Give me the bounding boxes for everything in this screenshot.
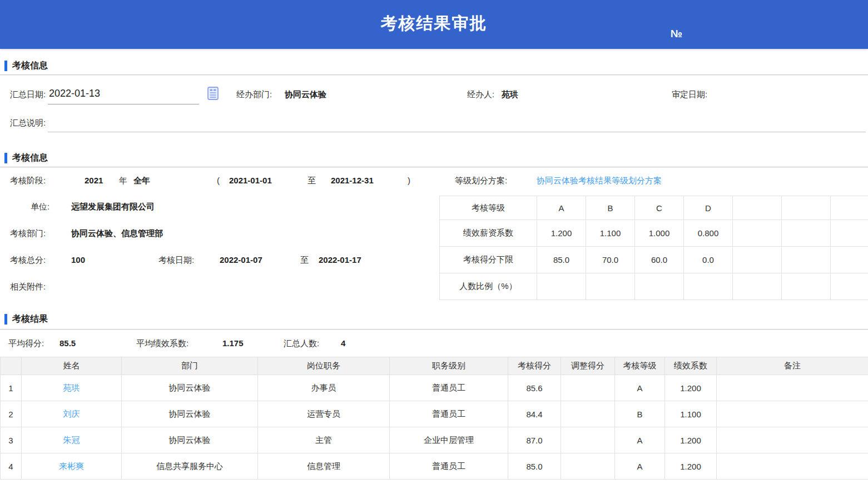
col-grade: 考核等级 bbox=[615, 357, 665, 375]
grade-col bbox=[733, 196, 782, 220]
summary-note-label: 汇总说明: bbox=[10, 118, 46, 128]
ratio-cell bbox=[635, 273, 684, 300]
table-row: 3 朱冠 协同云体验 主管 企业中层管理 87.0 A 1.200 bbox=[1, 427, 868, 453]
phase-paren-close: ) bbox=[408, 176, 410, 185]
total-score-value: 100 bbox=[71, 255, 85, 265]
table-row: 1 苑珙 协同云体验 办事员 普通员工 85.6 A 1.200 bbox=[1, 375, 868, 401]
grade-ratio-row: 人数比例（%） bbox=[440, 273, 868, 300]
section-marker-bar bbox=[4, 61, 7, 71]
section-assessment-detail: 考核信息 bbox=[4, 151, 48, 164]
cell-remark bbox=[717, 401, 868, 427]
phase-start-date: 2021-01-01 bbox=[229, 176, 272, 185]
floor-cell bbox=[733, 247, 782, 273]
col-remark: 备注 bbox=[717, 357, 868, 375]
cell-adjusted bbox=[561, 375, 615, 401]
section-title: 考核结果 bbox=[12, 313, 48, 325]
cell-score: 84.4 bbox=[508, 401, 561, 427]
cell-adjusted bbox=[561, 427, 615, 453]
employee-name-link[interactable]: 苑珙 bbox=[22, 375, 122, 401]
page-title: 考核结果审批 bbox=[0, 12, 868, 35]
unit-value: 远望发展集团有限公司 bbox=[71, 202, 155, 212]
employee-name-link[interactable]: 来彬爽 bbox=[22, 453, 122, 480]
assess-date-start: 2022-01-07 bbox=[220, 255, 262, 265]
cell-position: 主管 bbox=[258, 427, 390, 453]
approval-form-page: 考核结果审批 № 考核信息 汇总日期: 经办部门: 协同云体验 经办人: 苑珙 … bbox=[0, 0, 868, 494]
avg-score-value: 85.5 bbox=[59, 338, 76, 348]
cell-position: 信息管理 bbox=[258, 453, 390, 480]
cell-coeff: 1.100 bbox=[665, 401, 717, 427]
grade-col bbox=[831, 196, 868, 220]
cell-index: 1 bbox=[1, 375, 22, 401]
cell-index: 2 bbox=[1, 401, 22, 427]
employee-name-link[interactable]: 朱冠 bbox=[22, 427, 122, 453]
assess-dept-value: 协同云体验、信息管理部 bbox=[71, 228, 163, 239]
col-adjusted: 调整得分 bbox=[561, 357, 615, 375]
cell-level: 普通员工 bbox=[390, 453, 508, 480]
coeff-cell bbox=[831, 220, 868, 247]
cell-coeff: 1.200 bbox=[665, 375, 717, 401]
section-title: 考核信息 bbox=[12, 60, 48, 72]
unit-label: 单位: bbox=[31, 202, 49, 212]
phase-end-date: 2021-12-31 bbox=[331, 176, 374, 185]
coeff-cell: 1.000 bbox=[635, 220, 684, 247]
cell-remark bbox=[717, 375, 868, 401]
ratio-cell bbox=[782, 273, 831, 300]
cell-grade: B bbox=[615, 401, 665, 427]
cell-level: 普通员工 bbox=[390, 375, 508, 401]
results-header-row: 姓名 部门 岗位职务 职务级别 考核得分 调整得分 考核等级 绩效系数 备注 bbox=[1, 357, 868, 375]
summary-date-input[interactable] bbox=[48, 83, 199, 104]
grade-col: B bbox=[586, 196, 635, 220]
cell-grade: A bbox=[615, 453, 665, 480]
cell-position: 运营专员 bbox=[258, 401, 390, 427]
floor-cell: 85.0 bbox=[537, 247, 586, 273]
phase-year-unit: 年 bbox=[119, 176, 127, 186]
coeff-cell bbox=[782, 220, 831, 247]
section-results: 考核结果 bbox=[4, 312, 48, 326]
coeff-cell: 1.100 bbox=[586, 220, 635, 247]
table-row: 4 来彬爽 信息共享服务中心 信息管理 普通员工 85.0 A 1.200 bbox=[1, 453, 868, 480]
avg-coeff-label: 平均绩效系数: bbox=[136, 338, 189, 349]
cell-index: 4 bbox=[1, 453, 22, 480]
results-table: 姓名 部门 岗位职务 职务级别 考核得分 调整得分 考核等级 绩效系数 备注 1… bbox=[0, 357, 868, 480]
handling-dept-value: 协同云体验 bbox=[285, 89, 326, 100]
table-row: 2 刘庆 协同云体验 运营专员 普通员工 84.4 B 1.100 bbox=[1, 401, 868, 427]
col-index bbox=[1, 357, 22, 375]
grade-col: D bbox=[684, 196, 733, 220]
handler-label: 经办人: bbox=[467, 89, 494, 100]
grade-col: A bbox=[537, 196, 586, 220]
cell-adjusted bbox=[561, 453, 615, 480]
cell-score: 85.6 bbox=[508, 375, 561, 401]
cell-grade: A bbox=[615, 427, 665, 453]
floor-cell bbox=[782, 247, 831, 273]
section-divider bbox=[0, 329, 868, 330]
headcount-value: 4 bbox=[341, 338, 345, 348]
coeff-cell: 0.800 bbox=[684, 220, 733, 247]
summary-date-label: 汇总日期: bbox=[10, 89, 46, 100]
grade-col: C bbox=[635, 196, 684, 220]
grade-scheme-table-wrap: 考核等级 A B C D 绩效薪资系数 1.200 1.100 1.000 0.… bbox=[439, 196, 868, 300]
ratio-cell bbox=[586, 273, 635, 300]
row-label: 绩效薪资系数 bbox=[440, 220, 537, 247]
phase-period: 全年 bbox=[133, 176, 150, 186]
cell-score: 87.0 bbox=[508, 427, 561, 453]
handler-value: 苑珙 bbox=[502, 89, 518, 100]
cell-coeff: 1.200 bbox=[665, 427, 717, 453]
cell-grade: A bbox=[615, 375, 665, 401]
employee-name-link[interactable]: 刘庆 bbox=[22, 401, 122, 427]
col-level: 职务级别 bbox=[390, 357, 508, 375]
grade-scheme-link[interactable]: 协同云体验考核结果等级划分方案 bbox=[537, 176, 662, 186]
calendar-icon[interactable] bbox=[207, 85, 219, 101]
floor-cell bbox=[831, 247, 868, 273]
grade-scheme-table: 考核等级 A B C D 绩效薪资系数 1.200 1.100 1.000 0.… bbox=[439, 196, 868, 300]
col-position: 岗位职务 bbox=[258, 357, 390, 375]
col-coeff: 绩效系数 bbox=[665, 357, 717, 375]
cell-index: 3 bbox=[1, 427, 22, 453]
phase-to-label: 至 bbox=[307, 176, 316, 186]
cell-dept: 协同云体验 bbox=[122, 427, 258, 453]
cell-dept: 协同云体验 bbox=[122, 375, 258, 401]
grade-scheme-label: 等级划分方案: bbox=[455, 176, 507, 186]
summary-note-input[interactable] bbox=[48, 113, 866, 132]
avg-coeff-value: 1.175 bbox=[222, 338, 244, 348]
grade-col bbox=[782, 196, 831, 220]
assess-date-to-label: 至 bbox=[300, 255, 309, 266]
